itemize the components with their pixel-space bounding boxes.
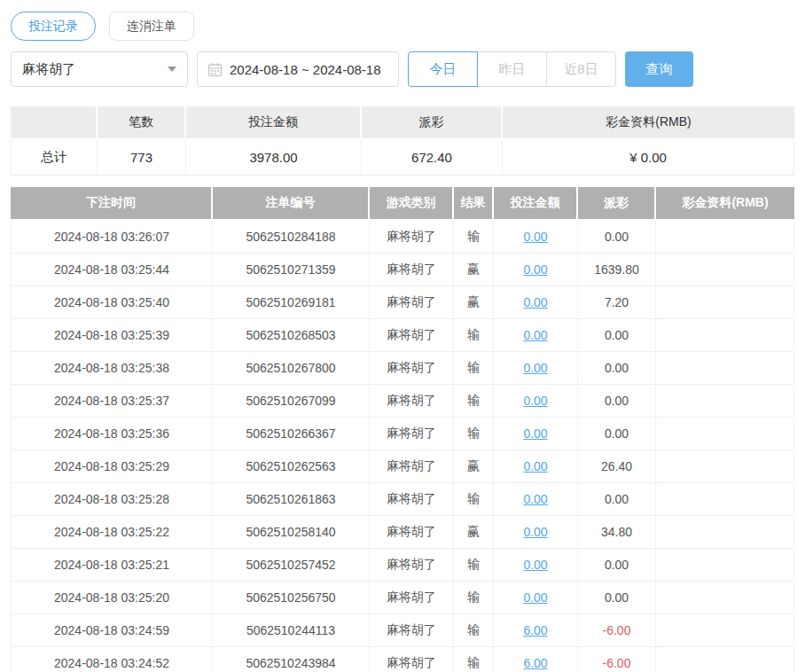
cell-bet-time: 2024-08-18 03:25:38 (11, 352, 213, 385)
cell-bet-amount: 0.00 (494, 319, 578, 352)
quick-range-yesterday-button[interactable]: 昨日 (477, 51, 547, 87)
game-select[interactable]: 麻将胡了 (11, 51, 188, 87)
cell-bet-amount: 6.00 (494, 614, 578, 647)
cell-bonus (656, 549, 794, 582)
bet-amount-link[interactable]: 0.00 (523, 525, 547, 539)
cell-result: 输 (454, 549, 494, 582)
record-type-tabs: 投注记录 连消注单 (11, 12, 794, 41)
cell-bet-time: 2024-08-18 03:25:36 (11, 418, 213, 450)
cell-order-number: 5062510257452 (213, 549, 370, 582)
cell-result: 输 (454, 483, 494, 516)
bet-table-body: 2024-08-18 03:26:07 5062510284188 麻将胡了 输… (11, 221, 794, 672)
cell-bet-time: 2024-08-18 03:25:28 (11, 483, 213, 516)
date-range-input[interactable]: 2024-08-18 ~ 2024-08-18 (197, 51, 399, 87)
cell-payout: 7.20 (578, 286, 656, 319)
summary-total-row: 总计 773 3978.00 672.40 ¥ 0.00 (11, 140, 794, 176)
cell-bonus (656, 418, 794, 450)
table-row: 2024-08-18 03:24:59 5062510244113 麻将胡了 输… (11, 614, 794, 647)
cell-order-number: 5062510262563 (213, 450, 370, 483)
bet-amount-link[interactable]: 0.00 (523, 262, 547, 277)
cell-payout: 0.00 (578, 319, 656, 352)
cell-game-category: 麻将胡了 (370, 516, 454, 549)
cell-game-category: 麻将胡了 (370, 221, 454, 254)
cell-bet-amount: 0.00 (494, 385, 578, 418)
cell-order-number: 5062510258140 (213, 516, 370, 549)
table-row: 2024-08-18 03:25:40 5062510269181 麻将胡了 赢… (11, 286, 794, 319)
summary-header-count: 笔数 (98, 106, 186, 140)
header-game-category: 游戏类别 (370, 187, 454, 221)
tab-bet-records[interactable]: 投注记录 (11, 12, 96, 41)
cell-bet-time: 2024-08-18 03:25:37 (11, 385, 213, 418)
table-row: 2024-08-18 03:25:21 5062510257452 麻将胡了 输… (11, 549, 794, 582)
bet-amount-link[interactable]: 0.00 (523, 590, 547, 605)
cell-bet-amount: 0.00 (494, 483, 578, 516)
cell-payout: 0.00 (578, 483, 656, 516)
cell-game-category: 麻将胡了 (370, 385, 454, 418)
bet-amount-link[interactable]: 0.00 (523, 361, 547, 375)
bet-amount-link[interactable]: 6.00 (523, 656, 547, 670)
summary-total-bonus: ¥ 0.00 (503, 140, 794, 176)
tab-cancelled-bets-label: 连消注单 (127, 19, 176, 35)
cell-payout: 26.40 (578, 450, 656, 483)
cell-bonus (656, 614, 794, 647)
header-result: 结果 (454, 187, 494, 221)
cell-payout: 0.00 (578, 221, 656, 254)
cell-game-category: 麻将胡了 (370, 286, 454, 319)
bet-amount-link[interactable]: 0.00 (523, 426, 547, 441)
cell-order-number: 5062510266367 (213, 418, 370, 450)
table-row: 2024-08-18 03:25:44 5062510271359 麻将胡了 赢… (11, 254, 794, 286)
header-bet-time: 下注时间 (11, 187, 213, 221)
table-row: 2024-08-18 03:25:36 5062510266367 麻将胡了 输… (11, 418, 794, 450)
bet-amount-link[interactable]: 0.00 (523, 459, 547, 473)
cell-game-category: 麻将胡了 (370, 647, 454, 672)
bet-amount-link[interactable]: 0.00 (523, 558, 547, 572)
quick-range-last8days-button[interactable]: 近8日 (546, 51, 616, 87)
table-row: 2024-08-18 03:25:29 5062510262563 麻将胡了 赢… (11, 450, 794, 483)
cell-bonus (656, 647, 794, 672)
cell-bet-amount: 0.00 (494, 516, 578, 549)
cell-game-category: 麻将胡了 (370, 483, 454, 516)
bet-amount-link[interactable]: 0.00 (523, 394, 547, 408)
betting-records-page: 投注记录 连消注单 麻将胡了 2024-08-18 ~ 2024-08-18 (0, 12, 805, 672)
quick-range-yesterday-label: 昨日 (499, 61, 526, 78)
cell-payout: 1639.80 (578, 254, 656, 286)
cell-bet-time: 2024-08-18 03:25:20 (11, 582, 213, 614)
cell-result: 输 (454, 647, 494, 672)
cell-result: 输 (454, 418, 494, 450)
cell-bet-amount: 0.00 (494, 418, 578, 450)
cell-result: 赢 (454, 450, 494, 483)
cell-bet-amount: 0.00 (494, 549, 578, 582)
cell-bet-time: 2024-08-18 03:25:21 (11, 549, 213, 582)
cell-bonus (656, 483, 794, 516)
cell-bet-amount: 0.00 (494, 221, 578, 254)
bet-records-table: 下注时间 注单编号 游戏类别 结果 投注金额 派彩 彩金资料(RMB) 2024… (11, 187, 794, 672)
quick-range-last8days-label: 近8日 (564, 61, 598, 78)
cell-order-number: 5062510268503 (213, 319, 370, 352)
cell-payout: 0.00 (578, 352, 656, 385)
cell-bonus (656, 254, 794, 286)
cell-result: 输 (454, 319, 494, 352)
cell-payout: 0.00 (578, 418, 656, 450)
table-row: 2024-08-18 03:25:39 5062510268503 麻将胡了 输… (11, 319, 794, 352)
quick-range-today-button[interactable]: 今日 (408, 51, 478, 87)
cell-game-category: 麻将胡了 (370, 319, 454, 352)
bet-amount-link[interactable]: 0.00 (523, 230, 547, 244)
bet-amount-link[interactable]: 0.00 (523, 492, 547, 506)
cell-payout: 0.00 (578, 582, 656, 614)
cell-bet-time: 2024-08-18 03:25:29 (11, 450, 213, 483)
bet-amount-link[interactable]: 6.00 (523, 623, 547, 637)
cell-game-category: 麻将胡了 (370, 549, 454, 582)
cell-bonus (656, 582, 794, 614)
query-button-label: 查询 (646, 61, 673, 78)
cell-game-category: 麻将胡了 (370, 418, 454, 450)
bet-table-header-row: 下注时间 注单编号 游戏类别 结果 投注金额 派彩 彩金资料(RMB) (11, 187, 794, 221)
bet-amount-link[interactable]: 0.00 (523, 295, 547, 309)
chevron-down-icon (168, 66, 176, 72)
tab-cancelled-bets[interactable]: 连消注单 (109, 12, 194, 41)
cell-order-number: 5062510244113 (213, 614, 370, 647)
cell-bet-amount: 6.00 (494, 647, 578, 672)
cell-order-number: 5062510261863 (213, 483, 370, 516)
query-button[interactable]: 查询 (625, 51, 693, 87)
bet-amount-link[interactable]: 0.00 (523, 328, 547, 342)
cell-order-number: 5062510267800 (213, 352, 370, 385)
